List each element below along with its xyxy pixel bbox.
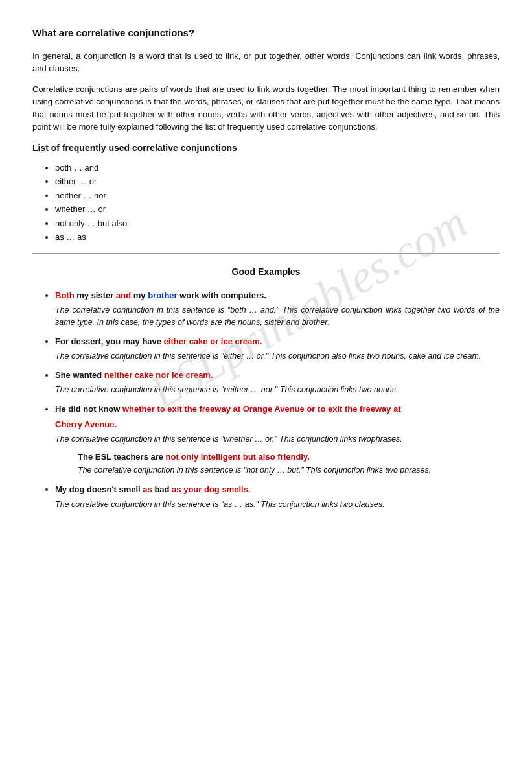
word-icecream2: ice cream. [172, 370, 213, 380]
section-divider [32, 253, 500, 254]
list-item: as … as [55, 231, 500, 244]
example-item-5: My dog doesn't smell as bad as your dog … [55, 483, 500, 510]
example-sentence-1: Both my sister and my brother work with … [55, 289, 500, 302]
example-sentence-2: For dessert, you may have either cake or… [55, 335, 500, 348]
example-item-3: She wanted neither cake nor ice cream. T… [55, 369, 500, 396]
word-fordessert: For dessert, you may have [55, 337, 164, 346]
word-friendly: friendly. [277, 452, 310, 462]
intro-paragraph-1: In general, a conjunction is a word that… [32, 50, 500, 75]
phrase-exit1: to exit the freeway at Orange Avenue [157, 404, 306, 414]
sub-explanation: The correlative conjunction in this sent… [78, 464, 500, 477]
examples-list: Both my sister and my brother work with … [55, 289, 500, 511]
explanation-5: The correlative conjunction in this sent… [55, 499, 500, 511]
phrase-exit2: to exit the freeway at [318, 404, 401, 414]
list-section-title: List of frequently used correlative conj… [32, 141, 500, 155]
word-hedidnot: He did not know [55, 404, 122, 414]
conj-as1: as [143, 484, 152, 494]
conj-notonly: not only [166, 452, 199, 462]
list-item: both … and [55, 161, 500, 174]
word-mydog: My dog doesn't smell [55, 484, 143, 494]
conj-butalso: but also [243, 452, 275, 462]
example-sentence-3: She wanted neither cake nor ice cream. [55, 369, 500, 382]
word-sister: sister [91, 290, 114, 300]
example-sentence-4: He did not know whether to exit the free… [55, 403, 500, 416]
list-item: not only … but also [55, 217, 500, 230]
word-shewanted: She wanted [55, 370, 104, 380]
sub-example-sentence: The ESL teachers are not only intelligen… [78, 451, 500, 464]
conj-or2: or [306, 404, 315, 414]
list-item: neither … nor [55, 189, 500, 202]
conj-as2-phrase: as your dog smells. [172, 484, 250, 494]
word-my2: my [133, 290, 148, 300]
phrase-cherry: Cherry Avenue. [55, 420, 117, 429]
word-eslteachers: The ESL teachers are [78, 452, 166, 462]
conj-neither-cake: neither cake [104, 370, 154, 380]
example-item-2: For dessert, you may have either cake or… [55, 335, 500, 362]
conj-either-cake: either cake [164, 337, 208, 346]
list-item: either … or [55, 175, 500, 188]
sub-example-notonly: The ESL teachers are not only intelligen… [78, 451, 500, 477]
explanation-1: The correlative conjunction in this sent… [55, 304, 500, 329]
explanation-4: The correlative conjunction in this sent… [55, 433, 500, 445]
conjunction-list: both … and either … or neither … nor whe… [55, 161, 500, 244]
page-title: What are correlative conjunctions? [32, 26, 500, 41]
good-examples-title: Good Examples [32, 265, 500, 279]
example-sentence-5: My dog doesn't smell as bad as your dog … [55, 483, 500, 496]
conj-or: or [210, 337, 218, 346]
conj-both: Both [55, 290, 75, 300]
conj-and: and [116, 290, 131, 300]
word-my1: my [76, 290, 91, 300]
example-item-4: He did not know whether to exit the free… [55, 403, 500, 477]
list-item: whether … or [55, 203, 500, 216]
conj-whether: whether [122, 404, 155, 414]
explanation-2: The correlative conjunction in this sent… [55, 350, 500, 362]
intro-paragraph-2: Correlative conjunctions are pairs of wo… [32, 83, 500, 134]
word-brother: brother [148, 290, 178, 300]
conj-nor: nor [156, 370, 169, 380]
explanation-3: The correlative conjunction in this sent… [55, 384, 500, 396]
word-bad: bad [154, 484, 172, 494]
word-intelligent: intelligent [201, 452, 243, 462]
example-sentence-4b: Cherry Avenue. [55, 418, 500, 431]
word-icecream1: ice cream. [221, 337, 262, 346]
example-item-1: Both my sister and my brother work with … [55, 289, 500, 329]
word-rest1: work with computers. [179, 290, 266, 300]
